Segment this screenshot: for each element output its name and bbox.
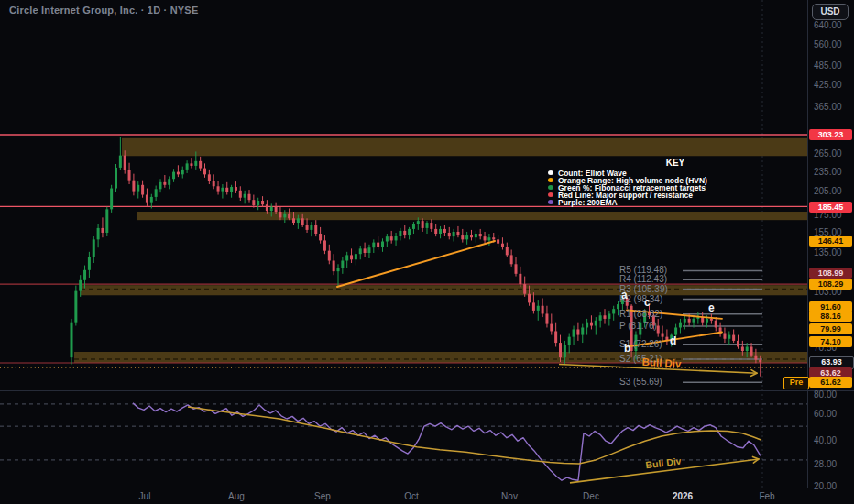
price-tick-label: 485.00: [814, 60, 852, 71]
indicator-tick-label: 28.00: [814, 459, 852, 470]
elliott-wave-label-b: b: [624, 342, 630, 355]
elliott-wave-label-c: c: [644, 296, 651, 309]
chart-canvas[interactable]: [0, 0, 854, 504]
indicator-tick-label: 40.00: [814, 435, 852, 446]
support-dot-icon: [548, 192, 553, 197]
indicator-tick-label: 60.00: [814, 409, 852, 420]
pivot-label-p: P (81.76): [619, 321, 657, 331]
time-tick-label: Oct: [404, 491, 419, 501]
price-tick-label: 365.00: [814, 102, 852, 113]
time-tick-label: Nov: [501, 491, 518, 501]
pivot-label-r1: R1 (88.82): [619, 309, 662, 319]
price-tick-label: 135.00: [814, 247, 852, 258]
price-tick-label: 640.00: [814, 20, 852, 31]
time-tick-label: Dec: [583, 491, 599, 501]
time-tick-label: Jul: [139, 491, 151, 501]
key-legend-title: KEY: [544, 158, 806, 168]
price-tick-label: 265.00: [814, 148, 852, 159]
currency-button[interactable]: USD: [812, 4, 849, 20]
hvn-dot-icon: [548, 178, 553, 182]
time-tick-label: Feb: [759, 491, 774, 501]
time-tick-label: Aug: [228, 491, 245, 501]
price-tag-darkred: 108.99: [809, 268, 852, 279]
price-tag-orange: 61.62: [809, 377, 852, 388]
symbol-title: Circle Internet Group, Inc. · 1D · NYSE: [9, 5, 198, 16]
rsi-line: [133, 403, 761, 480]
elliott-wave-label-d: d: [670, 334, 676, 347]
price-tag-red: 303.23: [809, 129, 852, 140]
count-dot-icon: [548, 170, 553, 175]
key-legend: KEY Count: Elliot WaveOrange Range: High…: [544, 158, 806, 206]
price-tick-label: 560.00: [814, 39, 852, 50]
pane-separators: [0, 0, 854, 488]
price-tag-orange: 74.10: [809, 336, 852, 347]
time-tick-label: 2026: [673, 491, 693, 501]
price-tick-label: 205.00: [814, 186, 852, 197]
premarket-badge: Pre: [783, 377, 809, 389]
price-tick-label: 235.00: [814, 167, 852, 178]
key-legend-item: Purple: 200EMA: [544, 199, 806, 206]
time-tick-label: Sep: [314, 491, 331, 501]
indicator-tick-label: 80.00: [814, 389, 852, 400]
ema-dot-icon: [548, 200, 553, 204]
price-tag-orange: 146.41: [809, 236, 852, 247]
trading-chart-app: Circle Internet Group, Inc. · 1D · NYSE …: [0, 0, 854, 504]
fib-dot-icon: [548, 185, 553, 190]
price-tick-label: 425.00: [814, 80, 852, 91]
price-tag-orange: 79.99: [809, 323, 852, 334]
price-tag-red: 185.45: [809, 202, 852, 213]
bull-div-label-main: Bull Div: [641, 356, 681, 368]
elliott-wave-label-a: a: [621, 289, 628, 301]
indicator-tick-label: 20.00: [814, 481, 852, 492]
price-tag-orange: 108.29: [809, 279, 852, 290]
elliott-wave-label-e: e: [708, 301, 715, 314]
pivot-label-s3: S3 (55.69): [619, 377, 662, 387]
key-legend-item-text: Purple: 200EMA: [558, 198, 618, 207]
price-tag-orange: 88.16: [809, 311, 852, 322]
